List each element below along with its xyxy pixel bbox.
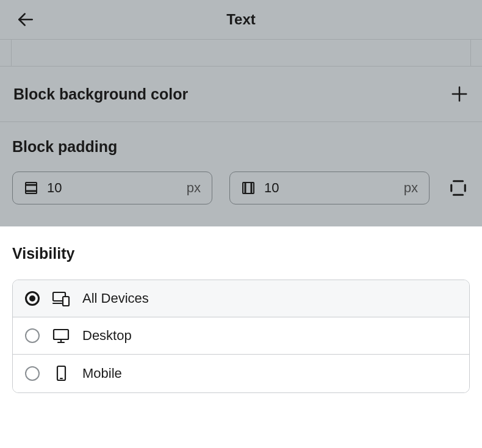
- svg-rect-15: [63, 297, 69, 306]
- padding-vertical-icon: [24, 181, 38, 195]
- page-title: Text: [226, 11, 256, 28]
- separate-sides-icon: [449, 179, 467, 197]
- padding-vertical-input[interactable]: 10 px: [12, 172, 212, 204]
- option-label-desktop: Desktop: [82, 328, 132, 344]
- block-padding-label: Block padding: [12, 138, 470, 156]
- desktop-icon: [52, 328, 70, 344]
- option-label-all: All Devices: [82, 291, 149, 306]
- header: Text: [0, 0, 482, 40]
- option-label-mobile: Mobile: [82, 366, 122, 381]
- padding-vertical-unit: px: [187, 180, 201, 196]
- block-background-row[interactable]: Block background color: [0, 66, 482, 122]
- padding-horizontal-icon: [241, 181, 256, 195]
- all-devices-icon: [52, 291, 70, 306]
- padding-horizontal-unit: px: [404, 180, 418, 196]
- visibility-option-mobile[interactable]: Mobile: [13, 354, 469, 392]
- padding-vertical-value: 10: [47, 180, 187, 196]
- padding-horizontal-value: 10: [264, 180, 404, 196]
- radio-desktop[interactable]: [25, 328, 40, 343]
- mobile-icon: [52, 365, 70, 382]
- visibility-option-desktop[interactable]: Desktop: [13, 317, 469, 354]
- padding-link-toggle[interactable]: [447, 179, 470, 197]
- radio-all-devices[interactable]: [25, 291, 40, 306]
- back-button[interactable]: [16, 10, 35, 29]
- add-background-color-button[interactable]: [450, 85, 469, 103]
- spacer: [11, 40, 471, 66]
- visibility-option-all-devices[interactable]: All Devices: [13, 280, 469, 317]
- visibility-options: All Devices Desktop Mobile: [12, 280, 470, 393]
- plus-icon: [450, 85, 469, 103]
- radio-mobile[interactable]: [25, 366, 40, 381]
- visibility-section: Visibility All Devices D: [0, 226, 482, 405]
- padding-horizontal-input[interactable]: 10 px: [229, 172, 430, 204]
- block-background-label: Block background color: [13, 85, 188, 103]
- visibility-label: Visibility: [12, 245, 470, 262]
- arrow-left-icon: [16, 10, 35, 29]
- svg-rect-16: [54, 330, 68, 339]
- block-padding-section: Block padding 10 px: [0, 122, 482, 226]
